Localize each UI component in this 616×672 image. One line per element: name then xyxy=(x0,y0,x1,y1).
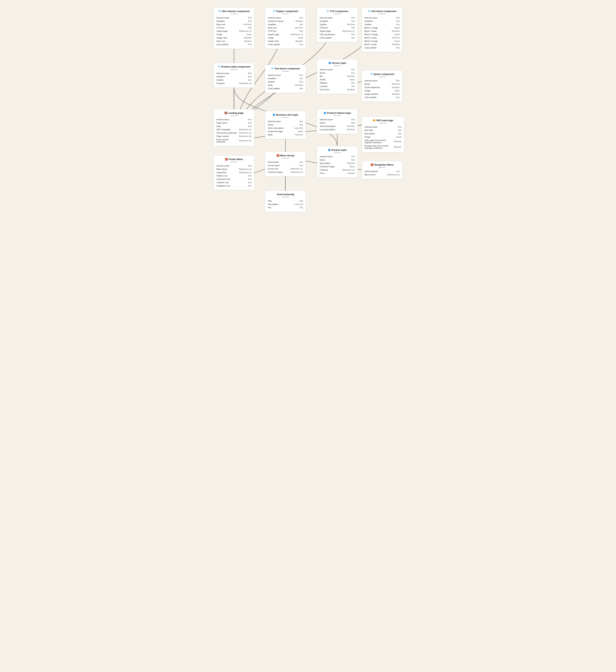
field-type: Text xyxy=(248,27,251,29)
card-header-nav_menu: 🧱 Navigation Menu xyxy=(365,163,400,168)
card-header-text_block: 💎 Text block component xyxy=(268,67,303,72)
card-title-nav_menu: 🧱 Navigation Menu xyxy=(371,163,394,166)
field-row: Internal nameText xyxy=(320,155,355,158)
field-type: Text xyxy=(396,170,400,172)
field-row: Body textRichText xyxy=(216,23,251,26)
field-row: Linkedin LinkText xyxy=(216,181,251,184)
field-name: Quote alignment xyxy=(365,86,380,88)
field-row: Internal nameText xyxy=(216,16,251,19)
card-divider-footer_menu xyxy=(230,162,238,162)
field-type: Long Text xyxy=(294,127,303,129)
field-name: Extra section (optional) xyxy=(216,138,237,143)
field-name: Internal name xyxy=(216,17,229,19)
field-type: RichText xyxy=(295,134,303,136)
field-type: Asset xyxy=(350,78,355,81)
field-name: Slug xyxy=(216,125,221,127)
field-row: Target pageReference (1) xyxy=(268,33,303,36)
card-header-hero_banner: 💎 Hero banner component xyxy=(216,10,251,14)
card-quote: 💎 Quote componentInternal nameTextQuoteR… xyxy=(362,70,403,102)
card-divider-landing_page xyxy=(230,115,238,116)
field-name: Target page xyxy=(268,33,279,36)
field-row: FeaturesReference (n) xyxy=(320,168,355,172)
field-name: Internal name xyxy=(365,126,378,128)
field-type: Asset xyxy=(246,33,251,36)
field-row: Internal nameText xyxy=(365,125,402,129)
field-type: Boolean xyxy=(394,146,402,148)
card-asset_internal: Asset (internal)TitleTextDescriptionLong… xyxy=(265,191,306,212)
field-row: Exclude links from search rankings (nofo… xyxy=(365,144,402,150)
field-name: Image style xyxy=(216,37,227,39)
field-row: Container layoutBoolean xyxy=(268,19,303,23)
card-header-cta: 💎 CTA component xyxy=(320,10,355,14)
card-landing_page: 🟫 Landing pageInternal nameTextPage name… xyxy=(213,109,254,146)
field-row: Featured imageAsset xyxy=(320,165,355,168)
field-type: Reference (1) xyxy=(239,128,251,131)
field-name: Color palette xyxy=(320,37,332,39)
field-name: Block 3 body xyxy=(365,43,377,46)
field-type: Asset xyxy=(350,165,355,168)
card-divider-duplex xyxy=(282,14,289,14)
field-row: CTA textText xyxy=(320,26,355,29)
field-row: ImageAsset xyxy=(216,33,251,36)
field-name: Instagram Link xyxy=(216,185,230,187)
card-title-business_info: 🔷 Business info topic xyxy=(272,113,298,116)
field-name: Headline xyxy=(216,20,225,22)
field-type: RichText xyxy=(392,30,400,32)
card-divider-product_topic xyxy=(334,152,341,153)
field-name: Block 1 body xyxy=(365,30,377,32)
card-title-hero_banner: 💎 Hero banner component xyxy=(218,10,250,13)
card-title-quote: 💎 Quote component xyxy=(370,73,394,75)
field-type: RichText xyxy=(347,23,355,26)
field-row: Block 2 imageAsset xyxy=(365,33,400,36)
field-type: Boolean xyxy=(244,40,251,42)
field-type: Boolean xyxy=(394,140,402,142)
field-type: RichText xyxy=(295,27,303,29)
field-type: Text xyxy=(398,126,402,128)
card-product_table: 💎 Product table componentInternal nameTe… xyxy=(213,63,254,88)
field-type: Reference (n) xyxy=(239,132,251,134)
card-header-info_block: 💎 Info block component xyxy=(365,10,400,14)
field-row: Image styleBoolean xyxy=(216,36,251,39)
field-type: Text xyxy=(248,43,251,46)
field-row: SEO metadataReference (1) xyxy=(216,128,251,131)
field-type: Reference (1) xyxy=(290,168,303,170)
field-name: Menu Items xyxy=(365,174,376,176)
card-header-seo_meta: 🔶 SEO meta tags xyxy=(365,119,402,123)
field-type: Text xyxy=(299,164,303,167)
field-row: Target pageReference (1) xyxy=(216,29,251,33)
field-row: Internal nameText xyxy=(365,79,400,82)
field-name: Body text xyxy=(268,27,277,29)
field-type: Text xyxy=(248,20,251,22)
field-type: Text xyxy=(299,87,303,90)
field-type: Text xyxy=(299,30,303,32)
field-type: Text xyxy=(396,20,400,22)
field-type: File xyxy=(300,206,303,209)
card-header-footer_menu: 🧱 Footer Menu xyxy=(216,158,251,162)
field-row: ImageAsset xyxy=(268,36,303,39)
field-name: Internal name xyxy=(365,80,378,82)
field-type: Text xyxy=(299,161,303,163)
field-name: Headline xyxy=(268,23,276,26)
field-name: Target page xyxy=(216,30,228,32)
card-text_block: 💎 Text block componentInternal nameTextH… xyxy=(265,65,306,93)
field-type: RichText xyxy=(347,162,355,164)
field-row: LocationText xyxy=(320,85,355,88)
field-type: RichText xyxy=(347,128,355,131)
card-cta: 💎 CTA componentInternal nameTextHeadline… xyxy=(317,7,358,42)
field-row: Internal nameText xyxy=(320,16,355,19)
field-type: Text xyxy=(248,75,251,78)
card-footer_menu: 🧱 Footer MenuInternal nameTextMenu Items… xyxy=(213,155,254,190)
field-row: HeadlineText xyxy=(365,19,400,23)
field-name: Description xyxy=(268,203,278,205)
field-name: Image xyxy=(216,33,222,36)
field-row: ImageAsset xyxy=(365,135,402,139)
card-divider-hero_banner xyxy=(230,14,238,14)
field-type: Text xyxy=(248,118,251,121)
field-type: RichText xyxy=(392,37,400,39)
field-type: Text xyxy=(299,200,303,202)
field-name: Long description xyxy=(320,128,335,131)
card-divider-text_block xyxy=(282,71,289,72)
field-type: Reference (1) xyxy=(239,171,251,174)
card-divider-asset_internal xyxy=(282,197,289,197)
card-title-product_table: 💎 Product table component xyxy=(218,65,250,68)
